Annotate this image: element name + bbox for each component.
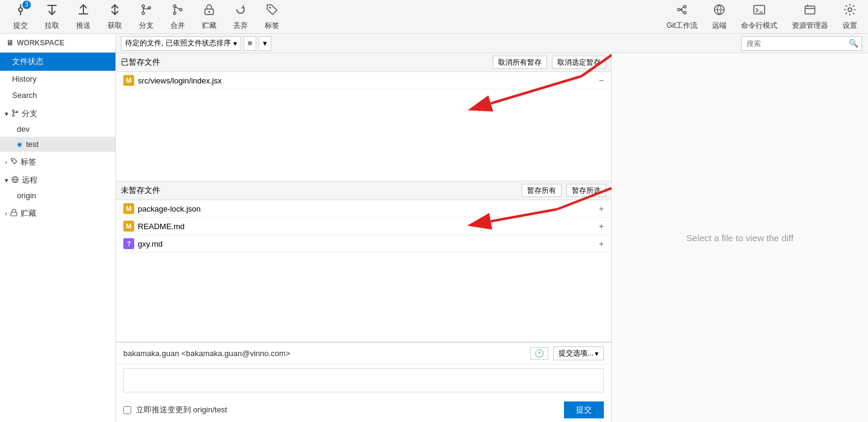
staged-file-icon: M xyxy=(123,75,134,86)
svg-point-7 xyxy=(173,12,176,15)
staged-panel-title: 已暂存文件 xyxy=(121,57,488,68)
svg-point-0 xyxy=(19,8,22,11)
sidebar-item-search[interactable]: Search xyxy=(0,87,115,103)
staged-panel-header: 已暂存文件 取消所有暂存 取消选定暂存 xyxy=(116,53,611,72)
unstaged-file-item-2[interactable]: ? gxy.md + xyxy=(116,235,611,253)
fetch-button[interactable]: 获取 xyxy=(99,1,131,33)
sidebar-section-tag[interactable]: › 标签 xyxy=(0,152,115,170)
staged-files-list: M src/views/login/index.jsx − xyxy=(116,72,611,181)
sort-select[interactable]: 待定的文件, 已依照文件状态排序 ▾ xyxy=(121,36,241,51)
diff-placeholder: Select a file to view the diff xyxy=(686,233,793,243)
tag-icon xyxy=(265,3,279,18)
unstaged-files-list: M package-lock.json + M README.md + ? xyxy=(116,200,611,261)
tag-icon-small xyxy=(10,157,18,167)
time-icon: 🕐 xyxy=(534,349,544,358)
stage-file-button-1[interactable]: + xyxy=(597,221,606,231)
stage-all-button[interactable]: 暂存所有 xyxy=(522,184,562,197)
terminal-label: 命令行模式 xyxy=(741,21,777,31)
push-checkbox[interactable] xyxy=(123,406,131,414)
remote-icon xyxy=(713,3,726,18)
branch-button[interactable]: 分支 xyxy=(131,1,162,33)
more-btn[interactable]: ▾ xyxy=(259,36,271,51)
commit-message-area xyxy=(116,365,611,398)
sidebar-section-stash[interactable]: › 贮藏 xyxy=(0,203,115,221)
remote-label: 远端 xyxy=(712,21,727,31)
sidebar-branch-test[interactable]: ◉ test xyxy=(0,137,115,152)
stage-file-button-2[interactable]: + xyxy=(597,239,606,248)
workspace-icon: 🖥 xyxy=(6,39,13,47)
svg-point-22 xyxy=(12,160,13,161)
commit-options-button[interactable]: 提交选项... ▾ xyxy=(553,346,604,360)
remote-icon-small xyxy=(11,175,19,186)
stash-button[interactable]: 贮藏 xyxy=(193,1,225,33)
workspace-label: WORKSPACE xyxy=(17,39,64,47)
branch-dev-label: dev xyxy=(17,125,30,134)
remote-origin-label: origin xyxy=(17,191,36,200)
commit-button-bottom[interactable]: 提交 xyxy=(564,401,604,418)
staged-file-item[interactable]: M src/views/login/index.jsx − xyxy=(116,72,611,89)
staged-panel: 已暂存文件 取消所有暂存 取消选定暂存 M src/views/login/in… xyxy=(116,53,611,181)
remote-button[interactable]: 远端 xyxy=(706,1,733,33)
commit-button[interactable]: 3 提交 xyxy=(5,1,36,33)
unstage-file-button[interactable]: − xyxy=(597,76,606,85)
commit-message-input[interactable] xyxy=(123,368,604,392)
stash-icon-small xyxy=(10,209,18,219)
active-branch-dot: ◉ xyxy=(17,141,22,148)
stash-label: 贮藏 xyxy=(202,21,216,31)
commit-options-arrow: ▾ xyxy=(595,349,598,358)
stage-selected-button[interactable]: 暂存所选 xyxy=(566,184,606,197)
explorer-button[interactable]: 资源管理器 xyxy=(786,1,834,33)
settings-button[interactable]: 设置 xyxy=(837,1,863,33)
list-view-btn[interactable]: ≡ xyxy=(244,36,257,51)
commit-footer: 立即推送变更到 origin/test 提交 xyxy=(116,398,611,422)
sidebar: 🖥 WORKSPACE 文件状态 History Search ▾ xyxy=(0,34,116,422)
unstaged-file-item-1[interactable]: M README.md + xyxy=(116,218,611,235)
stage-file-button-0[interactable]: + xyxy=(597,204,606,213)
branch-test-label: test xyxy=(26,140,39,149)
middle-split: 已暂存文件 取消所有暂存 取消选定暂存 M src/views/login/in… xyxy=(116,53,868,422)
discard-button[interactable]: 丢弃 xyxy=(225,1,256,33)
sidebar-branch-dev[interactable]: dev xyxy=(0,122,115,137)
pull-button[interactable]: 拉取 xyxy=(36,1,68,33)
commit-author-text: bakamaka.guan <bakamaka.guan@vinno.com> xyxy=(123,349,525,358)
svg-rect-24 xyxy=(11,212,17,216)
commit-author-bar: bakamaka.guan <bakamaka.guan@vinno.com> … xyxy=(116,343,611,365)
search-input[interactable] xyxy=(741,36,862,51)
merge-button[interactable]: 合并 xyxy=(162,1,193,33)
commit-badge: 3 xyxy=(22,1,31,9)
sidebar-section-branch[interactable]: ▾ 分支 xyxy=(0,103,115,122)
cancel-selected-stash-button[interactable]: 取消选定暂存 xyxy=(552,56,606,69)
unstaged-file-icon-0: M xyxy=(123,203,134,214)
git-workflow-button[interactable]: Git工作流 xyxy=(661,1,704,33)
terminal-button[interactable]: 命令行模式 xyxy=(735,1,783,33)
sidebar-item-history[interactable]: History xyxy=(0,71,115,87)
sidebar-section-remote[interactable]: ▾ 远程 xyxy=(0,170,115,188)
unstaged-panel-header: 未暂存文件 暂存所有 暂存所选 xyxy=(116,181,611,200)
branch-section-label: 分支 xyxy=(22,108,37,119)
commit-time-button[interactable]: 🕐 xyxy=(530,347,548,360)
unstaged-panel: 未暂存文件 暂存所有 暂存所选 M package-lock.json + xyxy=(116,181,611,342)
svg-point-19 xyxy=(13,109,15,111)
file-panels: 已暂存文件 取消所有暂存 取消选定暂存 M src/views/login/in… xyxy=(116,53,612,422)
sidebar-item-file-status[interactable]: 文件状态 xyxy=(0,53,115,71)
cancel-all-stash-button[interactable]: 取消所有暂存 xyxy=(493,56,547,69)
svg-point-10 xyxy=(209,11,210,13)
staged-file-name: src/views/login/index.jsx xyxy=(138,76,597,85)
sort-select-label: 待定的文件, 已依照文件状态排序 xyxy=(125,38,231,48)
tag-section-label: 标签 xyxy=(21,157,36,167)
tag-button[interactable]: 标签 xyxy=(256,1,288,33)
stash-icon xyxy=(202,3,216,18)
stash-collapse-icon: › xyxy=(5,210,7,217)
search-icon: 🔍 xyxy=(849,39,858,48)
push-button[interactable]: 推送 xyxy=(68,1,99,33)
main-layout: 🖥 WORKSPACE 文件状态 History Search ▾ xyxy=(0,34,868,422)
branch-label: 分支 xyxy=(139,21,154,31)
more-icon: ▾ xyxy=(263,39,267,48)
merge-icon xyxy=(171,3,184,18)
sidebar-remote-origin[interactable]: origin xyxy=(0,188,115,203)
main-toolbar: 3 提交 拉取 推送 xyxy=(0,0,868,34)
unstaged-file-item-0[interactable]: M package-lock.json + xyxy=(116,200,611,218)
commit-label: 提交 xyxy=(13,21,28,31)
svg-point-3 xyxy=(142,5,144,7)
svg-point-4 xyxy=(142,12,144,15)
